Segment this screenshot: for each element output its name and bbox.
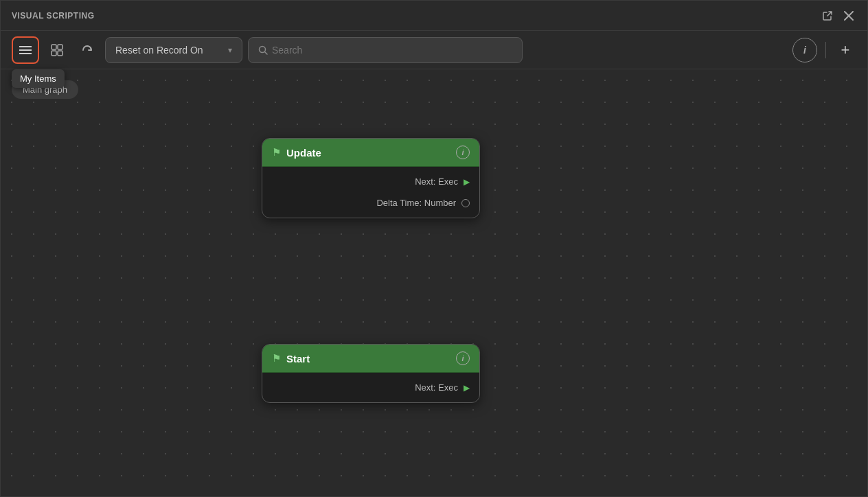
title-bar: VISUAL SCRIPTING (1, 1, 867, 31)
svg-rect-6 (58, 45, 62, 49)
refresh-icon (81, 44, 93, 56)
add-button[interactable]: + (834, 39, 856, 61)
external-link-button[interactable] (819, 8, 836, 24)
toolbar: My Items Reset on Record On ▾ (1, 31, 867, 69)
search-input[interactable] (272, 45, 512, 56)
port-exec-arrow-icon: ▶ (464, 177, 470, 187)
node-start-header: ⚑ Start i (262, 345, 479, 373)
layout-icon (51, 44, 63, 56)
port-start-exec-label: Next: Exec (415, 382, 458, 393)
canvas-area[interactable]: Main graph ⚑ Update i Next: Exec ▶ Delta… (1, 69, 867, 496)
node-update-port-exec: Next: Exec ▶ (272, 174, 470, 189)
hamburger-icon (19, 45, 32, 55)
node-start[interactable]: ⚑ Start i Next: Exec ▶ (262, 344, 480, 403)
search-icon (258, 45, 268, 55)
title-bar-left: VISUAL SCRIPTING (12, 11, 94, 21)
svg-rect-7 (52, 51, 56, 56)
add-icon: + (841, 41, 850, 59)
port-exec-label: Next: Exec (415, 176, 458, 187)
search-box (248, 37, 523, 63)
menu-button[interactable] (12, 36, 39, 64)
app-window: VISUAL SCRIPTING (0, 0, 868, 497)
node-start-port-exec: Next: Exec ▶ (272, 380, 470, 395)
title-bar-right (819, 8, 856, 24)
node-update-title: Update (286, 147, 450, 159)
menu-btn-container: My Items (12, 36, 39, 64)
node-update[interactable]: ⚑ Update i Next: Exec ▶ Delta Time: Numb… (262, 138, 480, 218)
close-button[interactable] (841, 8, 856, 23)
toolbar-divider (825, 42, 826, 58)
port-start-exec-arrow-icon: ▶ (464, 383, 470, 393)
info-button[interactable]: i (792, 38, 817, 62)
node-update-header: ⚑ Update i (262, 139, 479, 167)
node-update-port-delta: Delta Time: Number (272, 195, 470, 211)
svg-rect-8 (58, 51, 62, 56)
layout-button[interactable] (45, 38, 69, 62)
node-update-body: Next: Exec ▶ Delta Time: Number (262, 167, 479, 218)
flag-icon-update: ⚑ (272, 146, 281, 159)
svg-line-10 (265, 51, 268, 54)
svg-rect-5 (52, 45, 56, 49)
node-update-info-button[interactable]: i (456, 146, 470, 159)
refresh-button[interactable] (75, 38, 100, 62)
app-title: VISUAL SCRIPTING (12, 11, 94, 21)
port-delta-label: Delta Time: Number (376, 198, 456, 208)
node-start-info-button[interactable]: i (456, 351, 470, 365)
mode-dropdown-value: Reset on Record On (115, 45, 203, 56)
close-icon (844, 11, 854, 21)
mode-dropdown[interactable]: Reset on Record On ▾ (105, 37, 242, 63)
node-start-title: Start (286, 353, 450, 365)
info-icon: i (803, 45, 806, 56)
dropdown-arrow-icon: ▾ (228, 45, 232, 55)
flag-icon-start: ⚑ (272, 352, 281, 365)
node-start-body: Next: Exec ▶ (262, 373, 479, 402)
menu-tooltip: My Items (12, 69, 65, 88)
external-link-icon (822, 10, 833, 21)
port-delta-circle-icon (461, 199, 470, 207)
